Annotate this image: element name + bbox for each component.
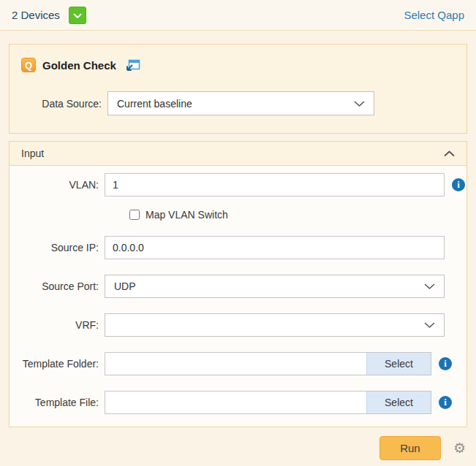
data-source-select[interactable]: Current baseline	[107, 91, 374, 115]
select-qapp-link[interactable]: Select Qapp	[404, 9, 464, 21]
source-port-label: Source Port:	[20, 280, 99, 292]
map-vlan-row: Map VLAN Switch	[20, 209, 466, 221]
template-file-input[interactable]	[105, 391, 366, 413]
input-panel-title: Input	[21, 148, 444, 159]
template-file-row: Template File: Select i	[20, 391, 466, 414]
template-folder-row: Template Folder: Select i	[20, 352, 466, 375]
source-ip-label: Source IP:	[20, 242, 99, 253]
chevron-down-icon	[424, 280, 435, 292]
source-port-row: Source Port: UDP	[20, 275, 466, 298]
gear-icon[interactable]: ⚙	[453, 441, 466, 455]
source-port-value: UDP	[114, 280, 424, 292]
template-file-select-button[interactable]: Select	[366, 391, 431, 413]
open-in-window-icon[interactable]	[126, 59, 140, 71]
map-vlan-checkbox[interactable]	[129, 210, 140, 220]
template-folder-select-button[interactable]: Select	[366, 353, 431, 375]
vrf-row: VRF:	[20, 313, 466, 337]
chevron-down-icon	[354, 98, 365, 110]
footer: Run ⚙	[0, 436, 476, 460]
run-button[interactable]: Run	[379, 436, 441, 460]
data-source-value: Current baseline	[117, 98, 354, 110]
topbar: 2 Devices Select Qapp	[0, 0, 476, 31]
source-ip-row: Source IP:	[20, 236, 466, 259]
data-source-label: Data Source:	[21, 98, 102, 110]
input-panel-body: VLAN: i Map VLAN Switch Source IP: Sourc…	[10, 166, 466, 427]
device-count-label: 2 Devices	[12, 9, 60, 21]
input-panel-header[interactable]: Input	[10, 142, 466, 166]
chevron-down-icon	[73, 9, 82, 22]
template-folder-combo: Select	[105, 352, 431, 375]
devices-dropdown-button[interactable]	[69, 7, 86, 24]
qapp-icon: Q	[21, 58, 36, 72]
chevron-up-icon[interactable]	[444, 147, 455, 160]
input-panel: Input VLAN: i Map VLAN Switch Source IP:…	[9, 141, 467, 427]
chevron-down-icon	[424, 319, 435, 331]
info-icon[interactable]: i	[452, 178, 465, 191]
vlan-input[interactable]	[105, 173, 445, 196]
vrf-label: VRF:	[20, 319, 99, 331]
vrf-select[interactable]	[105, 313, 445, 337]
map-vlan-label: Map VLAN Switch	[146, 209, 228, 221]
data-source-row: Data Source: Current baseline	[21, 91, 455, 115]
template-folder-input[interactable]	[105, 353, 366, 375]
source-port-select[interactable]: UDP	[105, 275, 445, 298]
qapp-title-row: Q Golden Check	[21, 58, 455, 72]
qapp-title: Golden Check	[42, 59, 116, 72]
vlan-row: VLAN: i	[20, 173, 466, 196]
info-icon[interactable]: i	[439, 357, 452, 370]
info-icon[interactable]: i	[439, 396, 452, 409]
qapp-panel: Q Golden Check Data Source: Current base…	[9, 44, 467, 134]
template-folder-label: Template Folder:	[20, 358, 99, 370]
source-ip-input[interactable]	[105, 236, 445, 259]
template-file-label: Template File:	[20, 397, 99, 408]
vlan-label: VLAN:	[20, 179, 99, 191]
template-file-combo: Select	[105, 391, 431, 414]
